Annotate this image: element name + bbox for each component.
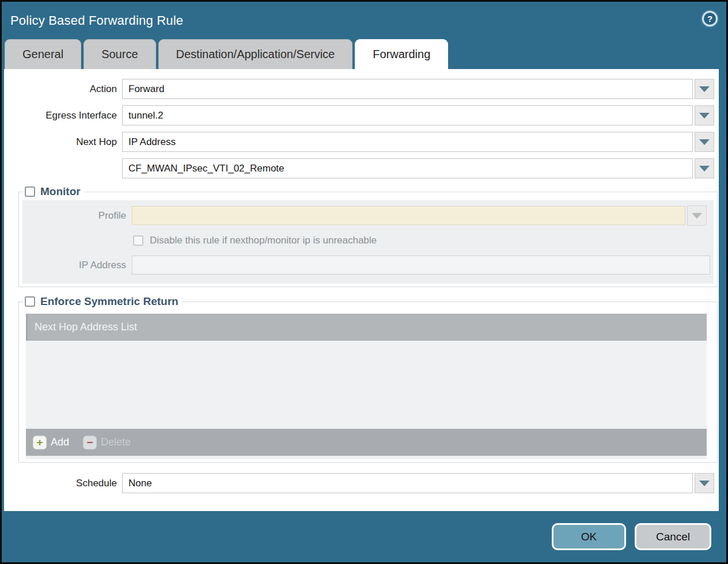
egress-interface-dropdown-button[interactable] xyxy=(695,105,714,125)
monitor-ip-address-label: IP Address xyxy=(22,260,132,271)
tab-general[interactable]: General xyxy=(5,39,81,69)
action-dropdown-button[interactable] xyxy=(695,79,714,99)
schedule-dropdown-button[interactable] xyxy=(695,473,714,493)
cancel-button[interactable]: Cancel xyxy=(635,523,711,550)
next-hop-address-row: CF_MWAN_IPsec_VTI_02_Remote xyxy=(4,158,714,178)
next-hop-label: Next Hop xyxy=(4,136,122,148)
disable-rule-checkbox xyxy=(133,235,143,246)
next-hop-address-list-header: Next Hop Address List xyxy=(26,314,707,341)
tab-destination-application-service[interactable]: Destination/Application/Service xyxy=(158,39,353,69)
monitor-legend-label: Monitor xyxy=(40,185,81,198)
tab-destination-label: Destination/Application/Service xyxy=(176,48,335,61)
egress-interface-combo: tunnel.2 xyxy=(122,105,714,125)
tab-general-label: General xyxy=(22,48,63,61)
next-hop-row: Next Hop IP Address xyxy=(4,132,714,152)
table-bottom-strip xyxy=(26,456,707,459)
monitor-group: Monitor Profile Disable this rule if nex… xyxy=(18,185,718,287)
egress-interface-label: Egress Interface xyxy=(4,110,122,121)
next-hop-dropdown-button[interactable] xyxy=(695,132,714,152)
chevron-down-icon xyxy=(699,86,710,92)
monitor-panel: Profile Disable this rule if nexthop/mon… xyxy=(22,200,714,284)
add-button[interactable]: + Add xyxy=(33,436,69,449)
profile-row: Profile xyxy=(22,205,710,226)
next-hop-address-list-body[interactable] xyxy=(26,341,707,429)
monitor-ip-address-row: IP Address xyxy=(22,256,710,275)
help-icon-glyph: ? xyxy=(707,14,712,24)
tab-source[interactable]: Source xyxy=(84,39,156,69)
action-select[interactable]: Forward xyxy=(122,79,693,99)
monitor-ip-address-field xyxy=(132,256,710,275)
next-hop-address-combo: CF_MWAN_IPsec_VTI_02_Remote xyxy=(122,158,714,178)
chevron-down-icon xyxy=(699,113,710,119)
chevron-down-icon xyxy=(692,213,702,219)
enforce-symmetric-return-legend-label: Enforce Symmetric Return xyxy=(40,295,179,308)
pbf-rule-dialog: Policy Based Forwarding Rule ? General S… xyxy=(0,0,728,564)
profile-field xyxy=(132,206,685,225)
delete-button: − Delete xyxy=(83,436,131,449)
minus-icon: − xyxy=(83,436,97,449)
egress-interface-select[interactable]: tunnel.2 xyxy=(122,105,693,125)
forwarding-tab-panel: Action Forward Egress Interface tunnel.2… xyxy=(4,69,719,511)
ok-button[interactable]: OK xyxy=(552,523,626,550)
next-hop-address-list-header-label: Next Hop Address List xyxy=(35,321,137,333)
action-label: Action xyxy=(4,83,122,95)
enforce-symmetric-return-checkbox[interactable] xyxy=(25,296,35,307)
tab-forwarding[interactable]: Forwarding xyxy=(355,39,448,69)
monitor-legend: Monitor xyxy=(24,185,84,198)
delete-button-label: Delete xyxy=(101,436,131,448)
next-hop-address-list-toolbar: + Add − Delete xyxy=(26,429,707,456)
profile-label: Profile xyxy=(22,210,132,222)
monitor-checkbox[interactable] xyxy=(25,186,35,197)
profile-dropdown-button xyxy=(687,205,707,226)
disable-rule-row: Disable this rule if nexthop/monitor ip … xyxy=(133,235,710,246)
next-hop-combo: IP Address xyxy=(122,132,714,152)
dialog-title: Policy Based Forwarding Rule xyxy=(10,13,726,28)
chevron-down-icon xyxy=(699,481,710,486)
schedule-select[interactable]: None xyxy=(122,473,693,493)
action-row: Action Forward xyxy=(4,79,714,99)
tab-source-label: Source xyxy=(101,48,138,61)
schedule-label: Schedule xyxy=(4,478,122,489)
enforce-symmetric-return-legend: Enforce Symmetric Return xyxy=(24,295,182,308)
schedule-combo: None xyxy=(122,473,714,493)
disable-rule-checkbox-label: Disable this rule if nexthop/monitor ip … xyxy=(150,235,377,246)
dialog-footer: OK Cancel xyxy=(2,511,726,562)
chevron-down-icon xyxy=(699,139,710,145)
next-hop-address-select[interactable]: CF_MWAN_IPsec_VTI_02_Remote xyxy=(122,158,693,178)
enforce-symmetric-return-group: Enforce Symmetric Return Next Hop Addres… xyxy=(18,295,718,463)
plus-icon: + xyxy=(33,436,47,449)
help-icon[interactable]: ? xyxy=(702,11,718,26)
dialog-titlebar: Policy Based Forwarding Rule ? xyxy=(2,2,726,39)
tab-forwarding-label: Forwarding xyxy=(373,48,430,61)
chevron-down-icon xyxy=(699,166,710,172)
egress-interface-row: Egress Interface tunnel.2 xyxy=(4,105,714,125)
tab-bar: General Source Destination/Application/S… xyxy=(5,39,726,69)
schedule-row: Schedule None xyxy=(4,473,714,493)
next-hop-select[interactable]: IP Address xyxy=(122,132,693,152)
next-hop-address-dropdown-button[interactable] xyxy=(695,158,714,178)
add-button-label: Add xyxy=(51,436,69,448)
next-hop-address-table: Next Hop Address List + Add − Delete xyxy=(26,314,707,459)
action-combo: Forward xyxy=(122,79,714,99)
